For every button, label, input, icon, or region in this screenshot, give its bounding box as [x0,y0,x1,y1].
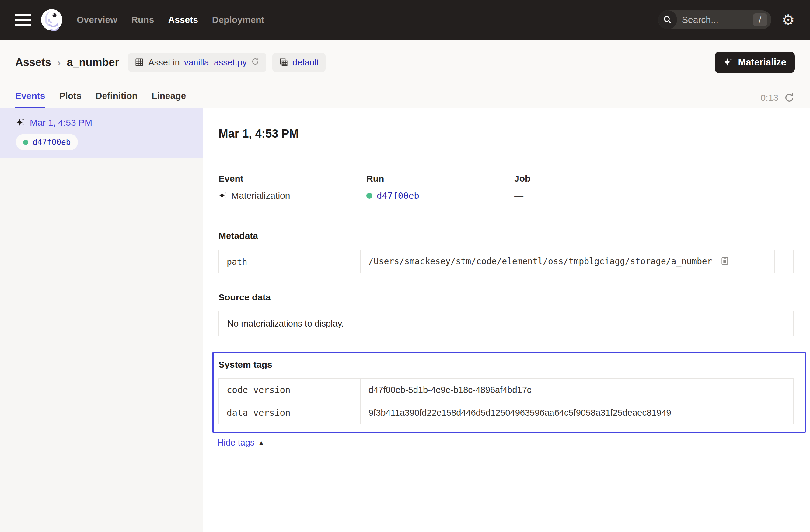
breadcrumb-assets[interactable]: Assets [15,56,51,69]
metadata-key: path [219,251,360,273]
tab-definition[interactable]: Definition [96,91,137,108]
page-header: Assets › a_number Asset in vanilla_asset… [0,39,810,85]
source-data-section: Source data No materializations to displ… [218,292,794,336]
metadata-table: path /Users/smackesey/stm/code/elementl/… [218,250,794,273]
tab-plots[interactable]: Plots [59,91,81,108]
source-data-empty-message: No materializations to display. [218,311,794,336]
settings-gear-icon[interactable]: ⚙ [782,13,795,27]
hide-tags-link[interactable]: Hide tags ▲ [217,438,264,448]
event-detail-title: Mar 1, 4:53 PM [218,127,794,140]
table-row: code_version d47f00eb-5d1b-4e9e-b18c-489… [219,378,794,401]
search-icon [658,10,677,29]
reload-definitions-icon[interactable] [251,57,260,68]
run-badge[interactable]: d47f00eb [16,134,78,150]
run-status-dot [366,193,372,199]
menu-icon[interactable] [15,14,31,26]
source-data-heading: Source data [218,292,794,303]
nav-overview[interactable]: Overview [77,15,117,25]
job-column-label: Job [514,174,794,184]
search-shortcut-badge: / [753,13,767,26]
event-column: Event Materialization [218,174,366,201]
asset-grid-icon [135,58,144,67]
caret-up-icon: ▲ [258,439,264,446]
materialization-sparkle-icon [218,191,227,200]
asset-definition-chip[interactable]: Asset in vanilla_asset.py [128,53,266,72]
materialization-sparkle-icon [16,118,25,127]
code-location-icon [279,58,288,67]
primary-nav: Overview Runs Assets Deployment [77,15,264,25]
system-tag-value: d47f00eb-5d1b-4e9e-b18c-4896af4bd17c [360,378,794,401]
event-type-value: Materialization [231,191,290,201]
system-tags-section-highlighted: System tags code_version d47f00eb-5d1b-4… [212,352,806,433]
system-tag-key: data_version [219,401,360,424]
tab-bar: Events Plots Definition Lineage 0:13 [0,85,810,108]
code-location-link[interactable]: default [292,58,319,68]
nav-deployment[interactable]: Deployment [212,15,264,25]
event-timestamp: Mar 1, 4:53 PM [30,117,92,128]
nav-assets[interactable]: Assets [168,15,198,25]
dagster-logo-icon [41,9,63,31]
event-column-label: Event [218,174,366,184]
run-status-dot [23,140,28,145]
event-detail-panel: Mar 1, 4:53 PM Event Materialization Run [203,108,810,532]
code-location-chip[interactable]: default [272,53,326,72]
breadcrumb-asset-name: a_number [67,56,119,69]
refresh-icon[interactable] [784,92,795,103]
asset-file-link[interactable]: vanilla_asset.py [184,58,247,68]
event-list-item[interactable]: Mar 1, 4:53 PM d47f00eb [0,108,203,158]
search-box[interactable]: / [658,10,771,29]
table-row: data_version 9f3b411a390fd22e158d446d5d1… [219,401,794,424]
run-column: Run d47f00eb [366,174,514,201]
metadata-path-link[interactable]: /Users/smackesey/stm/code/elementl/oss/t… [369,256,712,266]
top-nav: Overview Runs Assets Deployment / ⚙ [0,0,810,39]
system-tag-key: code_version [219,378,360,401]
run-id-link[interactable]: d47f00eb [377,191,419,201]
run-id: d47f00eb [33,138,70,147]
nav-runs[interactable]: Runs [131,15,154,25]
refresh-countdown: 0:13 [761,93,778,103]
event-list-sidebar: Mar 1, 4:53 PM d47f00eb [0,108,203,532]
copy-icon[interactable] [720,258,730,268]
materialize-button-label: Materialize [738,57,786,68]
hide-tags-label: Hide tags [217,438,255,448]
search-input[interactable] [677,15,753,25]
materialize-button[interactable]: Materialize [715,52,795,73]
job-column: Job — [514,174,794,201]
run-column-label: Run [366,174,514,184]
job-empty-value: — [514,191,523,201]
tab-events[interactable]: Events [15,91,45,108]
sparkle-icon [723,58,733,67]
system-tags-heading: System tags [218,359,794,370]
tab-lineage[interactable]: Lineage [151,91,186,108]
table-row: path /Users/smackesey/stm/code/elementl/… [219,251,794,273]
system-tags-table: code_version d47f00eb-5d1b-4e9e-b18c-489… [218,378,794,424]
asset-chip-prefix: Asset in [148,58,179,68]
system-tag-value: 9f3b411a390fd22e158d446d5d12504963596aa6… [360,401,794,424]
metadata-heading: Metadata [218,231,794,241]
breadcrumb-separator: › [57,57,61,68]
metadata-section: Metadata path /Users/smackesey/stm/code/… [218,231,794,273]
